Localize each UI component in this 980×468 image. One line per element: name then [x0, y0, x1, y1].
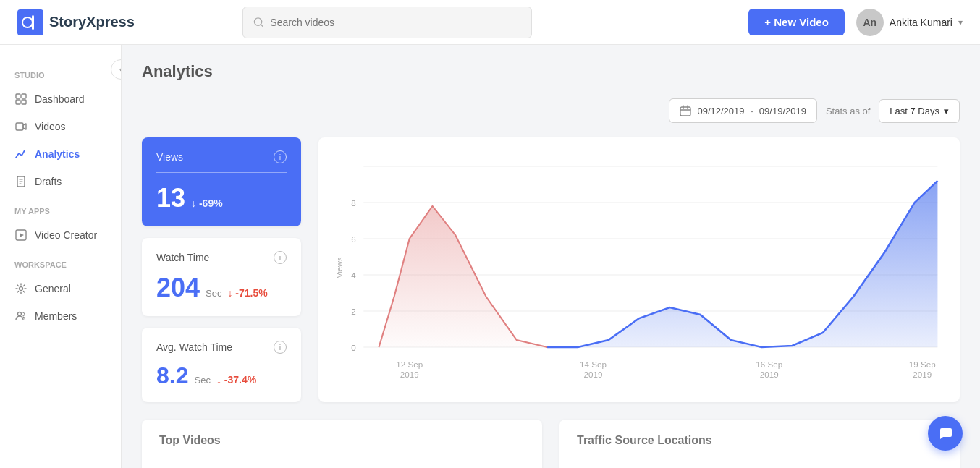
watch-time-card: Watch Time i 204 Sec ↓ -71.5%	[142, 238, 301, 316]
sidebar-item-video-creator[interactable]: Video Creator	[0, 221, 121, 249]
date-range[interactable]: 09/12/2019 - 09/19/2019	[669, 98, 817, 123]
views-label: Views	[156, 151, 183, 163]
date-start: 09/12/2019	[697, 106, 744, 116]
grid-icon	[14, 93, 28, 106]
svg-text:12 Sep: 12 Sep	[396, 360, 423, 369]
sidebar-label-general: General	[35, 283, 71, 294]
sidebar-item-general[interactable]: General	[0, 275, 121, 302]
analytics-chart: 0 2 4 6 8 Views	[333, 152, 945, 383]
watch-time-label: Watch Time	[156, 252, 209, 263]
bottom-row: Top Videos Traffic Source Locations	[142, 420, 960, 468]
avg-watch-time-label: Avg. Watch Time	[156, 341, 232, 353]
stats-label: Stats as of	[826, 106, 870, 116]
user-menu[interactable]: An Ankita Kumari ▾	[856, 9, 963, 36]
avg-watch-time-header: Avg. Watch Time i	[156, 341, 287, 354]
new-video-button[interactable]: + New Video	[748, 9, 845, 35]
svg-rect-13	[680, 107, 690, 116]
sidebar-section-myapps: My Apps	[0, 207, 121, 216]
drafts-icon	[14, 175, 28, 188]
date-end: 09/19/2019	[759, 106, 806, 116]
svg-text:2019: 2019	[760, 370, 779, 379]
svg-point-12	[18, 312, 22, 316]
svg-rect-8	[16, 123, 23, 130]
svg-text:0: 0	[351, 344, 355, 352]
cards-and-chart: Views i 13 ↓ -69% Watch Time i	[142, 137, 960, 402]
search-input[interactable]	[270, 17, 521, 28]
sidebar-label-analytics: Analytics	[35, 148, 80, 160]
settings-icon	[14, 282, 28, 295]
svg-text:2019: 2019	[913, 370, 932, 379]
sidebar-label-dashboard: Dashboard	[35, 93, 85, 105]
watch-time-change: ↓ -71.5%	[227, 287, 267, 299]
views-card-header: Views i	[156, 150, 287, 163]
views-divider	[156, 172, 287, 173]
sidebar-label-video-creator: Video Creator	[35, 229, 97, 241]
chat-icon	[937, 425, 953, 441]
logo-text: StoryXpress	[49, 14, 135, 30]
avg-watch-time-change: ↓ -37.4%	[216, 374, 256, 386]
logo-icon	[17, 9, 43, 35]
filter-row: 09/12/2019 - 09/19/2019 Stats as of Last…	[142, 98, 960, 123]
date-separator: -	[751, 106, 753, 116]
views-card: Views i 13 ↓ -69%	[142, 137, 301, 226]
svg-rect-5	[22, 94, 26, 98]
sidebar-label-members: Members	[35, 310, 77, 322]
svg-text:14 Sep: 14 Sep	[580, 360, 607, 369]
views-info-icon[interactable]: i	[274, 150, 287, 163]
svg-text:16 Sep: 16 Sep	[756, 360, 782, 369]
header-right: + New Video An Ankita Kumari ▾	[748, 9, 963, 36]
period-label: Last 7 Days	[890, 106, 939, 116]
header: StoryXpress + New Video An Ankita Kumari…	[0, 0, 980, 45]
svg-rect-4	[16, 94, 20, 98]
svg-point-11	[20, 287, 23, 291]
sidebar-item-members[interactable]: Members	[0, 302, 121, 330]
watch-time-unit: Sec	[206, 288, 221, 299]
sidebar-label-drafts: Drafts	[35, 176, 62, 187]
chart-area: 0 2 4 6 8 Views	[318, 137, 960, 402]
svg-text:8: 8	[351, 199, 355, 208]
avg-watch-time-card: Avg. Watch Time i 8.2 Sec ↓ -37.4%	[142, 328, 301, 402]
svg-text:2: 2	[351, 307, 355, 316]
watch-time-info-icon[interactable]: i	[274, 251, 287, 264]
svg-text:Views: Views	[334, 257, 343, 278]
sidebar-item-drafts[interactable]: Drafts	[0, 168, 121, 195]
layout: ‹ Studio Dashboard Videos Analytics Dra	[0, 45, 980, 468]
watch-time-header: Watch Time i	[156, 251, 287, 264]
sidebar-item-videos[interactable]: Videos	[0, 113, 121, 140]
logo[interactable]: StoryXpress	[17, 9, 135, 35]
watch-time-value-row: 204 Sec ↓ -71.5%	[156, 273, 287, 303]
views-value-row: 13 ↓ -69%	[156, 183, 287, 213]
sidebar-section-workspace: Workspace	[0, 260, 121, 269]
traffic-sources-title: Traffic Source Locations	[577, 434, 712, 446]
sidebar-label-videos: Videos	[35, 121, 66, 132]
chart-icon	[14, 148, 28, 161]
main-content: Analytics 09/12/2019 - 09/19/2019 Stats …	[122, 45, 980, 468]
period-select[interactable]: Last 7 Days ▾	[879, 99, 960, 123]
avg-watch-time-info-icon[interactable]: i	[274, 341, 287, 354]
search-bar	[242, 7, 532, 38]
chat-bubble-button[interactable]	[928, 416, 963, 451]
svg-rect-7	[22, 100, 26, 104]
page-title: Analytics	[142, 62, 960, 81]
play-icon	[14, 229, 28, 242]
svg-text:Days: Days	[640, 383, 661, 383]
search-icon	[253, 17, 264, 28]
svg-text:19 Sep: 19 Sep	[909, 360, 936, 369]
avg-watch-time-value-row: 8.2 Sec ↓ -37.4%	[156, 362, 287, 389]
svg-rect-6	[16, 100, 20, 104]
sidebar-item-dashboard[interactable]: Dashboard	[0, 85, 121, 113]
sidebar-item-analytics[interactable]: Analytics	[0, 140, 121, 168]
svg-text:2019: 2019	[400, 370, 419, 379]
svg-text:2019: 2019	[584, 370, 603, 379]
chevron-down-icon: ▾	[958, 17, 963, 27]
avatar: An	[856, 9, 884, 36]
video-icon	[14, 120, 28, 133]
watch-time-value: 204	[156, 273, 200, 303]
svg-text:4: 4	[351, 271, 355, 280]
users-icon	[14, 310, 28, 323]
svg-text:6: 6	[351, 235, 355, 244]
views-value: 13	[156, 183, 185, 213]
traffic-sources-card: Traffic Source Locations	[559, 420, 960, 468]
calendar-icon	[680, 105, 691, 116]
avg-watch-time-value: 8.2	[156, 362, 188, 389]
